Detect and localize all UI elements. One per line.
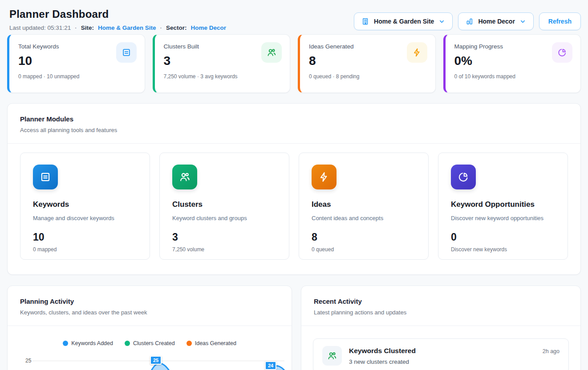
planning-activity-title: Planning Activity — [20, 298, 279, 305]
divider — [8, 326, 292, 326]
document-icon — [33, 165, 58, 189]
pie-chart-icon — [451, 165, 476, 189]
module-title: Keyword Opportunities — [451, 200, 555, 209]
meta-separator: · — [75, 24, 77, 31]
users-icon — [172, 165, 197, 189]
module-card-clusters[interactable]: Clusters Keyword clusters and groups 3 7… — [159, 153, 289, 260]
header-left: Planner Dashboard Last updated: 05:31:21… — [7, 8, 226, 31]
legend-label: Ideas Generated — [195, 340, 236, 346]
recent-activity-subtitle: Latest planning actions and updates — [314, 309, 568, 316]
bottom-row: Planning Activity Keywords, clusters, an… — [7, 286, 581, 370]
building-icon — [361, 17, 369, 25]
divider — [301, 326, 580, 326]
stat-card-total-keywords: Total Keywords 10 0 mapped · 10 unmapped — [7, 34, 145, 93]
module-card-keyword-opportunities[interactable]: Keyword Opportunities Discover new keywo… — [438, 153, 568, 260]
stat-card-mapping-progress: Mapping Progress 0% 0 of 10 keywords map… — [443, 34, 581, 93]
module-card-keywords[interactable]: Keywords Manage and discover keywords 10… — [20, 153, 150, 260]
last-updated-label: Last updated: — [9, 24, 46, 31]
module-description: Discover new keyword opportunities — [451, 215, 555, 221]
page-header: Planner Dashboard Last updated: 05:31:21… — [7, 0, 581, 31]
recent-activity-title: Recent Activity — [314, 298, 568, 305]
lightning-icon — [407, 42, 427, 63]
users-icon — [261, 42, 282, 63]
module-value: 10 — [33, 231, 137, 243]
site-link[interactable]: Home & Garden Site — [98, 24, 156, 31]
planning-activity-header: Planning Activity Keywords, clusters, an… — [8, 286, 292, 326]
activity-item-keywords-clustered[interactable]: Keywords Clustered 2h ago 3 new clusters… — [313, 338, 569, 370]
last-updated-value: 05:31:21 — [48, 24, 71, 31]
module-description: Content ideas and concepts — [312, 215, 416, 221]
planner-modules-header: Planner Modules Access all planning tool… — [8, 104, 580, 143]
recent-activity-panel: Recent Activity Latest planning actions … — [301, 286, 581, 370]
site-label: Site: — [81, 24, 94, 31]
chevron-down-icon — [519, 18, 526, 25]
module-caption: 0 queued — [312, 246, 416, 253]
module-card-ideas[interactable]: Ideas Content ideas and concepts 8 0 que… — [299, 153, 429, 260]
planning-activity-chart: 25 25 24 — [8, 352, 292, 370]
module-value: 3 — [172, 231, 276, 243]
activity-item-timestamp: 2h ago — [543, 348, 560, 354]
legend-dot-orange — [187, 341, 192, 346]
module-caption: Discover new keywords — [451, 246, 555, 253]
sector-selector[interactable]: Home Decor — [458, 12, 533, 30]
page-meta: Last updated: 05:31:21 · Site: Home & Ga… — [7, 24, 226, 31]
site-selector-label: Home & Garden Site — [374, 18, 434, 25]
activity-item-title: Keywords Clustered — [349, 347, 416, 355]
site-selector[interactable]: Home & Garden Site — [354, 12, 453, 30]
stat-caption: 0 of 10 keywords mapped — [454, 73, 572, 80]
bar-chart-icon — [466, 17, 474, 25]
legend-label: Clusters Created — [133, 340, 175, 346]
stats-row: Total Keywords 10 0 mapped · 10 unmapped… — [7, 34, 581, 93]
activity-item-top: Keywords Clustered 2h ago — [349, 347, 560, 355]
data-point-label: 24 — [265, 361, 276, 370]
planner-modules-title: Planner Modules — [20, 115, 568, 123]
last-updated-text: Last updated: 05:31:21 — [9, 24, 71, 31]
activity-item-description: 3 new clusters created — [349, 358, 560, 365]
legend-item-keywords-added: Keywords Added — [63, 340, 113, 346]
module-caption: 0 mapped — [33, 246, 137, 253]
stat-caption: 0 queued · 8 pending — [309, 73, 426, 80]
legend-dot-green — [125, 341, 130, 346]
module-title: Keywords — [33, 200, 137, 209]
stat-caption: 0 mapped · 10 unmapped — [18, 73, 136, 80]
planner-modules-panel: Planner Modules Access all planning tool… — [7, 103, 581, 275]
module-caption: 7,250 volume — [172, 246, 276, 253]
chevron-down-icon — [438, 18, 445, 25]
planner-dashboard-page: Planner Dashboard Last updated: 05:31:21… — [0, 0, 588, 370]
legend-item-ideas-generated: Ideas Generated — [187, 340, 236, 346]
planner-modules-subtitle: Access all planning tools and features — [20, 127, 568, 133]
recent-activity-header: Recent Activity Latest planning actions … — [301, 286, 580, 326]
page-title: Planner Dashboard — [7, 8, 226, 20]
data-point-label: 25 — [150, 356, 162, 365]
legend-label: Keywords Added — [71, 340, 113, 346]
legend-dot-blue — [63, 341, 68, 346]
chart-legend: Keywords Added Clusters Created Ideas Ge… — [8, 340, 292, 346]
stat-card-ideas-generated: Ideas Generated 8 0 queued · 8 pending — [298, 34, 436, 93]
lightning-icon — [312, 165, 337, 189]
module-description: Manage and discover keywords — [33, 215, 137, 221]
header-actions: Home & Garden Site Home Decor Refresh — [354, 12, 581, 30]
refresh-button[interactable]: Refresh — [539, 12, 581, 30]
activity-item-body: Keywords Clustered 2h ago 3 new clusters… — [349, 346, 560, 366]
module-title: Clusters — [172, 200, 276, 209]
module-title: Ideas — [312, 200, 416, 209]
sector-selector-label: Home Decor — [478, 18, 515, 25]
meta-separator: · — [160, 24, 162, 31]
planning-activity-panel: Planning Activity Keywords, clusters, an… — [7, 286, 292, 370]
sector-link[interactable]: Home Decor — [191, 24, 226, 31]
sector-label: Sector: — [166, 24, 187, 31]
stat-caption: 7,250 volume · 3 avg keywords — [164, 73, 281, 80]
stat-card-clusters-built: Clusters Built 3 7,250 volume · 3 avg ke… — [153, 34, 291, 93]
document-icon — [116, 42, 137, 63]
module-description: Keyword clusters and groups — [172, 215, 276, 221]
users-icon — [322, 346, 342, 366]
module-value: 0 — [451, 231, 555, 243]
planning-activity-subtitle: Keywords, clusters, and ideas over the p… — [20, 309, 279, 316]
pie-chart-icon — [552, 42, 572, 63]
module-value: 8 — [312, 231, 416, 243]
legend-item-clusters-created: Clusters Created — [125, 340, 175, 346]
modules-grid: Keywords Manage and discover keywords 10… — [8, 144, 580, 272]
